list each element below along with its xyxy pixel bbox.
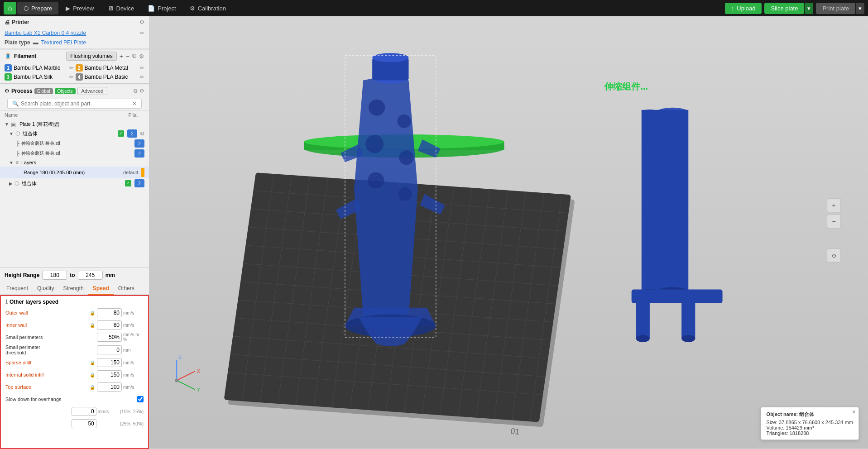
param-inner-wall: Inner wall 🔒 mm/s (5, 320, 144, 330)
nav-tab-project[interactable]: 📄 Project (141, 2, 182, 14)
search-clear-icon[interactable]: ✕ (132, 100, 137, 107)
left-panel: 🖨 Printer ⚙ Bambu Lab X1 Carbon 0.4 nozz… (0, 16, 149, 449)
flushing-volumes-button[interactable]: Flushing volumes (66, 52, 116, 61)
object-info-triangles: Triangles: 1818288 (767, 430, 853, 436)
top-surface-label: Top surface (5, 384, 90, 390)
outer-wall-lock-icon[interactable]: 🔒 (90, 310, 95, 315)
top-surface-input[interactable] (97, 382, 122, 392)
tree-range-row[interactable]: Range 180.00-245.00 (mm) default (0, 167, 149, 178)
svg-point-64 (175, 378, 178, 382)
inner-wall-lock-icon[interactable]: 🔒 (90, 323, 95, 328)
tree-group-1[interactable]: ▼ ⬡ 组合体 ✓ 2 ⧉ (0, 129, 149, 139)
tree-range-value: default (123, 170, 138, 175)
info-icon: ℹ (5, 299, 8, 305)
internal-solid-infill-input[interactable] (97, 370, 122, 379)
svg-text:伸缩组件...: 伸缩组件... (604, 81, 648, 91)
filament-edit-1[interactable]: ✏ (69, 65, 74, 71)
sparse-infill-input[interactable] (97, 358, 122, 367)
print-plate-button[interactable]: Print plate (816, 3, 855, 14)
overhang-speed-2-input[interactable] (72, 419, 96, 428)
slice-dropdown-button[interactable]: ▾ (805, 3, 813, 14)
filament-settings-icon[interactable]: ⚙ (139, 53, 144, 60)
upload-icon: ↑ (731, 5, 734, 12)
tab-quality[interactable]: Quality (33, 282, 58, 295)
tree-stl-1[interactable]: ┣ 伸缩金蘑菇 棒身.stl 2 (0, 139, 149, 148)
remove-filament-icon[interactable]: − (126, 53, 129, 60)
svg-rect-53 (636, 302, 650, 339)
top-surface-lock-icon[interactable]: 🔒 (90, 385, 95, 390)
filament-edit-4[interactable]: ✏ (140, 74, 144, 80)
chevron-down-icon-2: ▼ (9, 131, 14, 136)
small-perimeters-label: Small perimeters (5, 334, 97, 340)
overhang-speed-1-input[interactable] (72, 407, 96, 416)
object-info-size: Size: 37.8865 x 76.6608 x 245.334 mm (767, 420, 853, 425)
printer-icon: 🖨 (5, 19, 10, 25)
tree-layers[interactable]: ▼ ≡ Layers (0, 158, 149, 167)
filament-copy-icon[interactable]: ⧉ (132, 53, 136, 60)
process-copy-icon[interactable]: ⧉ (134, 88, 138, 94)
tree-group-1-checkbox[interactable]: ✓ (118, 130, 124, 137)
nav-tab-prepare[interactable]: ⬡ Prepare (17, 2, 58, 14)
small-perimeter-threshold-input[interactable] (97, 345, 122, 354)
3d-scene[interactable]: 01 (149, 16, 868, 449)
svg-text:−: − (832, 218, 836, 225)
tab-speed[interactable]: Speed (88, 282, 114, 295)
tab-frequent[interactable]: Frequent (2, 282, 33, 295)
filament-badge-4: 4 (76, 73, 83, 81)
objects-tag[interactable]: Objects (55, 88, 76, 94)
small-perimeters-input[interactable] (97, 333, 122, 342)
nav-tab-preview-label: Preview (73, 5, 94, 12)
filament-edit-2[interactable]: ✏ (140, 65, 144, 71)
filament-edit-3[interactable]: ✏ (69, 74, 74, 80)
tree-plate-1[interactable]: ▼ ▣ Plate 1 (雕花模型) (0, 120, 149, 129)
internal-solid-infill-lock-icon[interactable]: 🔒 (90, 373, 95, 377)
add-filament-icon[interactable]: + (120, 53, 123, 60)
nav-tab-preview[interactable]: ▶ Preview (59, 2, 100, 14)
tree-group-1-badge: 2 (127, 129, 137, 138)
process-settings-icon[interactable]: ⚙ (139, 88, 144, 94)
nav-tab-calibration[interactable]: ⚙ Calibration (183, 2, 232, 14)
outer-wall-input[interactable] (97, 308, 122, 317)
layers-icon: ≡ (15, 159, 19, 166)
param-overhang-speed-2: (25%, 50%) (5, 419, 144, 429)
home-button[interactable]: ⌂ (4, 2, 16, 14)
small-perimeters-unit: mm/s or % (123, 332, 144, 342)
slow-down-overhangs-checkbox[interactable] (137, 396, 144, 402)
prepare-icon: ⬡ (24, 5, 29, 12)
filament-section-icon: 🧵 (5, 53, 11, 59)
inner-wall-input[interactable] (97, 320, 122, 330)
svg-point-42 (368, 172, 384, 188)
tab-strength[interactable]: Strength (58, 282, 88, 295)
viewport[interactable]: ⊞ ⊡ ↺ ⤢ T ⬤ ⇌ ✎ ⧖ ⊕ 📏 ⬦ ⋯ (149, 16, 868, 449)
tree-plate-label: Plate 1 (雕花模型) (19, 121, 144, 128)
filament-grid: 1 Bambu PLA Marble ✏ 2 Bambu PLA Metal ✏… (0, 62, 149, 82)
tree-group-2-checkbox[interactable]: ✓ (125, 180, 131, 186)
height-range-unit: mm (106, 272, 115, 278)
chevron-down-icon: ▼ (5, 122, 9, 127)
upload-button[interactable]: ↑ Upload (725, 3, 762, 14)
global-tag[interactable]: Global (34, 88, 53, 94)
overhang-speed-2-note: (25%, 50%) (120, 421, 144, 426)
process-section-title: Process (11, 88, 33, 94)
stl-icon-1: ┣ (16, 141, 19, 147)
advanced-button[interactable]: Advanced (77, 87, 108, 95)
tab-others[interactable]: Others (114, 282, 139, 295)
inner-wall-unit: mm/s (123, 323, 144, 328)
sparse-infill-lock-icon[interactable]: 🔒 (90, 360, 95, 365)
search-input[interactable] (21, 100, 130, 107)
printer-settings-icon[interactable]: ⚙ (139, 19, 144, 25)
slice-plate-button[interactable]: Slice plate (764, 3, 804, 14)
outer-wall-label: Outer wall (5, 310, 90, 315)
internal-solid-infill-label: Internal solid infill (5, 372, 90, 377)
svg-rect-47 (657, 110, 688, 292)
filament-item-1: 1 Bambu PLA Marble ✏ (5, 64, 74, 72)
height-range-to-input[interactable] (78, 271, 103, 280)
tree-stl-2[interactable]: ┣ 伸缩金蘑菇 棒身.stl 2 (0, 148, 149, 158)
object-info-close-button[interactable]: ✕ (852, 409, 856, 415)
printer-edit-icon[interactable]: ✏ (140, 30, 144, 36)
print-dropdown-button[interactable]: ▾ (856, 3, 864, 14)
height-range-from-input[interactable] (42, 271, 67, 280)
nav-tab-device[interactable]: 🖥 Device (101, 2, 141, 14)
copy-icon[interactable]: ⧉ (140, 130, 144, 137)
tree-group-2[interactable]: ▶ ⬡ 组合体 ✓ 2 (0, 178, 149, 188)
